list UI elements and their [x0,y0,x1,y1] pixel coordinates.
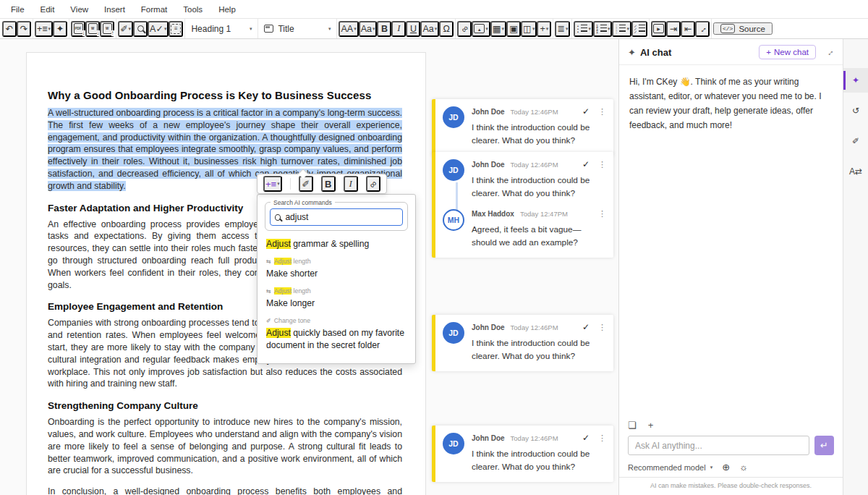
avatar: JD [443,106,464,128]
ai-assistant-button[interactable]: ✦ [53,21,67,37]
kebab-menu-icon[interactable]: ⋮ [598,433,606,443]
font-size-button[interactable]: AA▾ [339,21,358,37]
thread-connector [456,182,458,211]
insert-template-button[interactable]: ▣ [506,21,521,37]
link-button[interactable]: ∞ [457,21,472,37]
ai-chat-header: ✦ AI chat +New chat ↔ [619,39,843,65]
ai-commands-button[interactable]: +≡▾ [35,21,53,37]
comment-header: John DoeToday 12:46PM✓⋮ [472,433,606,443]
chevron-down-icon: ▾ [164,26,167,32]
multilevel-list-button[interactable]: ⋮⋮⋮▾ [612,21,631,37]
import-word-button-icon: W↑ [103,23,112,34]
comment-message: JDJohn DoeToday 12:46PM✓⋮I think the int… [443,433,606,473]
resolve-check-icon[interactable]: ✓ [582,106,590,117]
fullscreen-button[interactable]: ↔ [695,21,710,37]
ai-command-group-label: ✐Change tone [265,317,408,324]
new-chat-label: New chat [774,48,809,56]
ai-command-item[interactable]: Adjust quickly based on my favorite docu… [265,324,408,355]
menu-help[interactable]: Help [210,5,244,14]
prompt-library-icon[interactable]: ❏ [628,420,637,431]
ask-ai-input[interactable] [628,436,809,455]
send-button[interactable]: ↵ [814,436,834,455]
numbered-list-button[interactable]: 111▾ [593,21,613,37]
menu-file[interactable]: File [3,5,33,14]
insert-table-button[interactable]: ▦▾ [490,21,506,37]
kebab-menu-icon[interactable]: ⋮ [598,209,606,219]
ai-command-item[interactable]: Make longer [265,295,408,313]
bulleted-list-button[interactable]: •••▾ [574,21,593,37]
comment-message: MHMax HaddoxToday 12:47PM⋮Agreed, it fee… [443,209,606,249]
menu-edit[interactable]: Edit [33,5,63,14]
format-painter-button[interactable]: ✐▾ [118,21,133,37]
heading-select-label: Heading 1 [191,24,248,34]
tips-icon[interactable]: ☼ [739,462,748,473]
insert-media-button[interactable]: ▶ [651,21,666,37]
comment-thread[interactable]: JDJohn DoeToday 12:46PM✓⋮I think the int… [432,426,613,482]
comment-thread[interactable]: JDJohn DoeToday 12:46PM✓⋮I think the int… [432,99,613,156]
improve-writing-button[interactable]: ✐ [299,176,313,192]
menu-format[interactable]: Format [133,5,175,14]
undo-button[interactable]: ↶ [2,21,17,37]
ai-commands-button[interactable]: +≡▾ [263,176,282,192]
export-pdf-button[interactable]: PDF↓ [71,21,85,37]
new-chat-button[interactable]: +New chat [759,45,816,59]
ai-command-item[interactable]: Make shorter [265,265,408,283]
kebab-menu-icon[interactable]: ⋮ [598,323,606,332]
redo-button[interactable]: ↷ [17,21,31,37]
translate-tab[interactable]: A⇄ [843,159,868,184]
kebab-menu-icon[interactable]: ⋮ [598,160,606,169]
insert-image-button[interactable]: ▲▾ [472,21,490,37]
font-family-button[interactable]: Aa▾ [359,21,378,37]
kebab-menu-icon[interactable]: ⋮ [598,107,606,117]
multi-column-button[interactable]: ◫▾ [521,21,537,37]
title-style-select[interactable]: Title▾ [260,21,335,37]
outdent-button[interactable]: ⇤ [681,21,695,37]
alignment-button[interactable]: ≣▾ [555,21,570,37]
special-characters-button[interactable]: Ω [439,21,454,37]
italic-button[interactable]: I [344,176,358,192]
chevron-down-icon: ▾ [608,26,610,32]
find-replace-button[interactable] [133,21,148,37]
send-icon: ↵ [820,440,828,451]
menu-insert[interactable]: Insert [96,5,133,14]
avatar: JD [443,433,464,454]
import-word-button[interactable]: W↑ [100,21,114,37]
comment-thread[interactable]: JDJohn DoeToday 12:46PM✓⋮I think the int… [432,152,613,258]
link-button[interactable]: ∞ [366,176,380,192]
text-case-button[interactable]: Aa▾ [420,21,439,37]
search-icon [275,214,281,221]
proofread-button[interactable]: A✓▾ [148,21,169,37]
heading-select[interactable]: Heading 1▾ [187,21,256,37]
comment-message: JDJohn DoeToday 12:46PM✓⋮I think the int… [443,322,606,363]
resolve-check-icon[interactable]: ✓ [582,322,590,332]
source-button[interactable]: </>Source [713,22,773,35]
bold-button[interactable]: B [321,176,336,192]
menu-tools[interactable]: Tools [175,5,210,14]
chevron-down-icon: ▾ [710,465,713,470]
content-area: Why a Good Onboarding Process is Key to … [0,39,868,495]
source-label: Source [739,25,765,33]
quick-commands-tab[interactable]: ✐ [843,129,868,153]
bold-button[interactable]: B [377,21,391,37]
resolve-check-icon[interactable]: ✓ [582,159,590,169]
todo-list-button[interactable]: ✓✓✓ [631,21,647,37]
insert-more-button[interactable]: +▾ [537,21,551,37]
menu-view[interactable]: View [62,5,96,14]
attach-plus-icon[interactable]: + [648,420,654,431]
comment-thread[interactable]: JDJohn DoeToday 12:46PM✓⋮I think the int… [432,315,613,371]
resolve-check-icon[interactable]: ✓ [582,433,590,443]
underline-button[interactable]: U [406,21,420,37]
insert-table-button-icon: ▦ [493,23,501,34]
italic-button[interactable]: I [391,21,406,37]
select-all-button[interactable]: ≡ [169,21,183,37]
globe-icon[interactable]: ⊕ [722,462,730,473]
export-word-button[interactable]: W↓ [85,21,100,37]
indent-button[interactable]: ⇥ [666,21,681,37]
ai-command-item[interactable]: Adjust grammar & spelling [265,235,408,253]
ai-chat-tab[interactable]: ✦ [843,68,868,93]
ai-search-input[interactable] [285,212,398,222]
expand-icon[interactable]: ↔ [823,46,836,59]
history-tab[interactable]: ↺ [843,98,868,123]
model-selector[interactable]: Recommended model▾ [628,463,712,472]
ai-disclaimer: AI can make mistakes. Please double-chec… [619,477,843,495]
